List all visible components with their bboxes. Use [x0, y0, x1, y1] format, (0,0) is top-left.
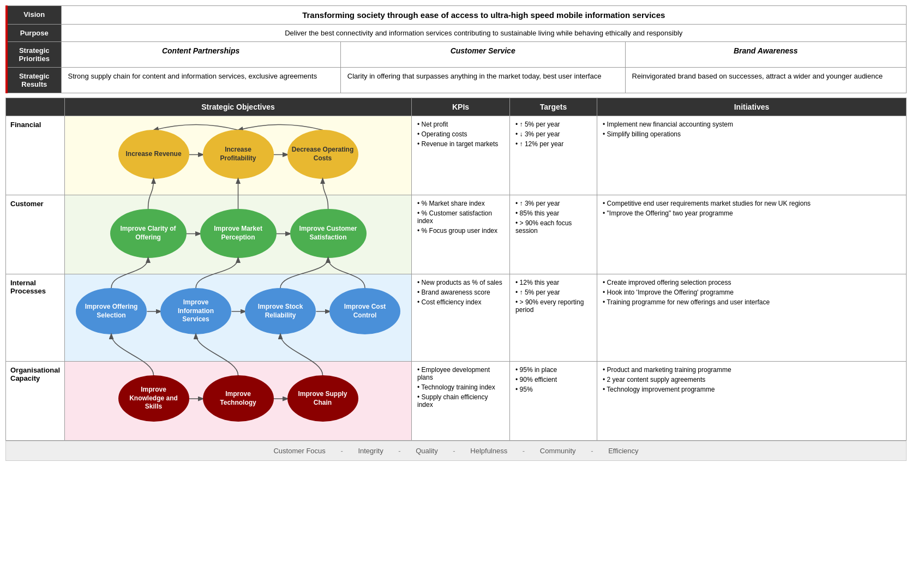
target-item: 95%: [515, 386, 591, 393]
initiatives-cell-3: Product and marketing training programme…: [597, 362, 907, 441]
node-increase-revenue: Increase Revenue: [118, 130, 189, 179]
target-item: 12% this year: [515, 279, 591, 286]
kpi-item: New products as % of sales: [417, 279, 504, 286]
bsc-row: FinancialIncrease RevenueIncrease Profit…: [6, 116, 907, 195]
kpi-item: Revenue in target markets: [417, 140, 504, 148]
initiative-item: 2 year content supply agreements: [603, 376, 901, 383]
initiative-item: Product and marketing training programme: [603, 366, 901, 374]
kpi-cell-1: % Market share index% Customer satisfact…: [412, 195, 510, 274]
footer-value: Helpfulness: [470, 447, 507, 455]
strategic-priorities-label: Strategic Priorities: [7, 42, 61, 68]
objectives-cell-2: Improve Offering SelectionImprove Inform…: [65, 274, 412, 362]
col-targets-header: Targets: [510, 98, 597, 116]
sr1: Strong supply chain for content and info…: [61, 68, 340, 93]
initiative-item: "Improve the Offering" two year programm…: [603, 209, 901, 217]
node-increase-profitability: Increase Profitability: [203, 130, 274, 179]
footer-value: Community: [540, 447, 576, 455]
targets-cell-2: 12% this year↑ 5% per year> 90% every re…: [510, 274, 597, 362]
sp1: Content Partnerships: [61, 42, 340, 68]
purpose-text: Deliver the best connectivity and inform…: [61, 25, 907, 42]
targets-cell-0: ↑ 5% per year↓ 3% per year↑ 12% per year: [510, 116, 597, 195]
targets-cell-3: 95% in place90% efficient95%: [510, 362, 597, 441]
objectives-cell-0: Increase RevenueIncrease ProfitabilityDe…: [65, 116, 412, 195]
objectives-cell-3: Improve Knowledge and SkillsImprove Tech…: [65, 362, 412, 441]
node-improve-supply-chain: Improve Supply Chain: [287, 375, 358, 422]
initiative-item: Technology improvement programme: [603, 386, 901, 393]
target-item: 85% this year: [515, 209, 591, 217]
footer-value: Quality: [416, 447, 437, 455]
purpose-label: Purpose: [7, 25, 61, 42]
footer-value: Customer Focus: [273, 447, 325, 455]
initiative-item: Implement new financial accounting syste…: [603, 121, 901, 128]
target-item: 95% in place: [515, 366, 591, 374]
sp2: Customer Service: [340, 42, 625, 68]
node-improve-offering-selection: Improve Offering Selection: [76, 288, 147, 334]
target-item: ↓ 3% per year: [515, 130, 591, 138]
footer-separator: -: [591, 447, 595, 455]
kpi-item: Net profit: [417, 121, 504, 128]
col-kpis-header: KPIs: [412, 98, 510, 116]
footer-bar: Customer Focus - Integrity - Quality - H…: [5, 441, 907, 461]
initiatives-cell-2: Create improved offering selection proce…: [597, 274, 907, 362]
col-objectives-header: Strategic Objectives: [65, 98, 412, 116]
initiative-item: Hook into 'Improve the Offering' program…: [603, 289, 901, 296]
kpi-item: Employee development plans: [417, 366, 504, 381]
footer-separator: -: [453, 447, 457, 455]
kpi-item: Technology training index: [417, 383, 504, 391]
row-label-1: Customer: [6, 195, 65, 274]
footer-separator: -: [340, 447, 345, 455]
sr3: Reinvigorated brand based on successes, …: [625, 68, 906, 93]
initiatives-cell-0: Implement new financial accounting syste…: [597, 116, 907, 195]
target-item: ↑ 5% per year: [515, 289, 591, 296]
row-label-3: Organisational Capacity: [6, 362, 65, 441]
kpi-item: % Customer satisfaction index: [417, 209, 504, 225]
kpi-item: % Focus group user index: [417, 227, 504, 235]
node-improve-stock-reliability: Improve Stock Reliability: [245, 288, 316, 334]
node-improve-technology: Improve Technology: [203, 375, 274, 422]
kpi-item: Cost efficiency index: [417, 298, 504, 306]
kpi-cell-2: New products as % of salesBrand awarenes…: [412, 274, 510, 362]
initiatives-cell-1: Competitive end user requirements market…: [597, 195, 907, 274]
footer-value: Efficiency: [608, 447, 638, 455]
row-label-2: Internal Processes: [6, 274, 65, 362]
node-improve-clarity: Improve Clarity of Offering: [110, 209, 187, 258]
kpi-cell-0: Net profitOperating costsRevenue in targ…: [412, 116, 510, 195]
initiative-item: Competitive end user requirements market…: [603, 200, 901, 207]
bsc-row: Organisational CapacityImprove Knowledge…: [6, 362, 907, 441]
target-item: > 90% every reporting period: [515, 298, 591, 314]
footer-separator: -: [398, 447, 403, 455]
node-improve-knowledge: Improve Knowledge and Skills: [118, 375, 189, 422]
node-improve-market: Improve Market Perception: [200, 209, 277, 258]
col-initiatives-header: Initiatives: [597, 98, 907, 116]
initiative-item: Create improved offering selection proce…: [603, 279, 901, 286]
kpi-item: Operating costs: [417, 130, 504, 138]
bsc-row: CustomerImprove Clarity of OfferingImpro…: [6, 195, 907, 274]
initiative-item: Simplify billing operations: [603, 130, 901, 138]
target-item: ↑ 12% per year: [515, 140, 591, 148]
target-item: ↑ 3% per year: [515, 200, 591, 207]
kpi-cell-3: Employee development plansTechnology tra…: [412, 362, 510, 441]
vision-label: Vision: [7, 6, 61, 25]
sr2: Clarity in offering that surpasses anyth…: [340, 68, 625, 93]
strategic-results-label: Strategic Results: [7, 68, 61, 93]
col-empty: [6, 98, 65, 116]
sp3: Brand Awareness: [625, 42, 906, 68]
kpi-item: Supply chain efficiency index: [417, 393, 504, 409]
node-decrease-operating-costs: Decrease Operating Costs: [287, 130, 358, 179]
node-improve-cost-control: Improve Cost Control: [329, 288, 400, 334]
footer-value: Integrity: [358, 447, 383, 455]
target-item: 90% efficient: [515, 376, 591, 383]
objectives-cell-1: Improve Clarity of OfferingImprove Marke…: [65, 195, 412, 274]
target-item: > 90% each focus session: [515, 219, 591, 235]
node-improve-info-services: Improve Information Services: [160, 288, 231, 334]
footer-separator: -: [523, 447, 527, 455]
vision-text: Transforming society through ease of acc…: [61, 6, 907, 25]
targets-cell-1: ↑ 3% per year85% this year> 90% each foc…: [510, 195, 597, 274]
row-label-0: Financial: [6, 116, 65, 195]
node-improve-customer-sat: Improve Customer Satisfaction: [290, 209, 367, 258]
initiative-item: Training programme for new offerings and…: [603, 298, 901, 306]
kpi-item: % Market share index: [417, 200, 504, 207]
target-item: ↑ 5% per year: [515, 121, 591, 128]
kpi-item: Brand awareness score: [417, 289, 504, 296]
bsc-row: Internal ProcessesImprove Offering Selec…: [6, 274, 907, 362]
